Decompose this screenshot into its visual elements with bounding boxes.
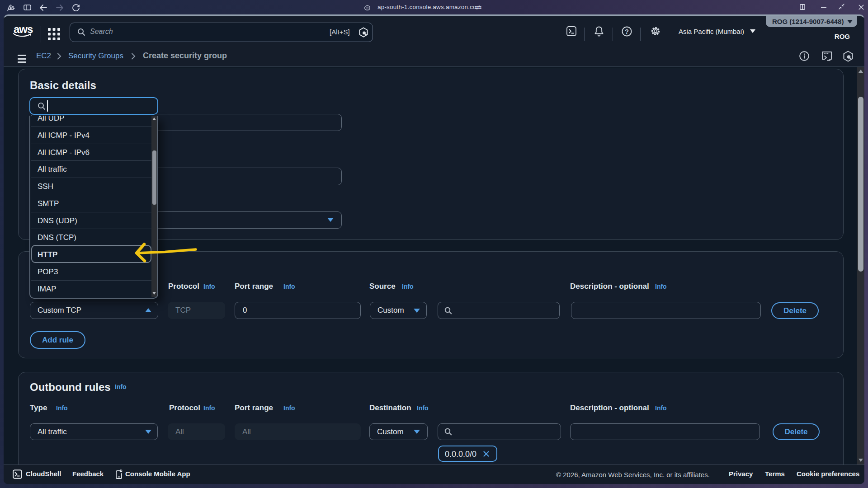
svg-text:?: ? <box>625 28 629 35</box>
